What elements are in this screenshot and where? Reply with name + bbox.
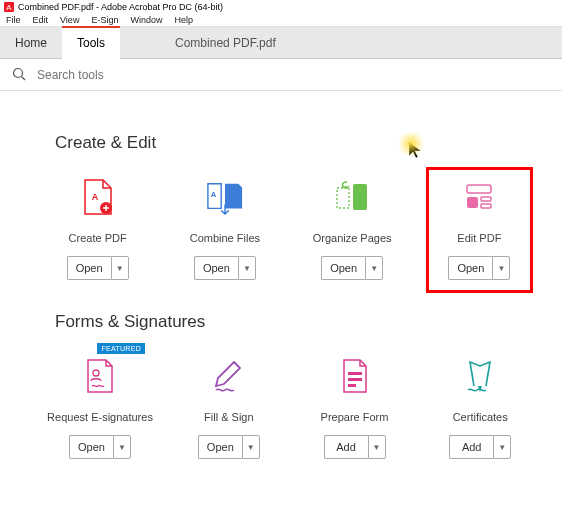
svg-point-2 (14, 69, 23, 78)
search-input[interactable] (37, 68, 550, 82)
grid-forms-sigs: FEATURED Request E-signatures Open ▼ Fil… (55, 357, 522, 459)
dropdown-button[interactable]: ▼ (111, 256, 129, 280)
tool-label: Certificates (453, 411, 508, 423)
dropdown-button[interactable]: ▼ (492, 256, 510, 280)
tool-fill-sign[interactable]: Fill & Sign Open ▼ (187, 357, 271, 459)
open-button[interactable]: Open (67, 256, 111, 280)
section-forms-sigs: Forms & Signatures (55, 312, 522, 332)
tool-label: Create PDF (69, 232, 127, 244)
combine-files-icon: A (206, 178, 244, 216)
svg-rect-15 (348, 378, 362, 381)
tool-label: Request E-signatures (47, 411, 153, 423)
svg-rect-14 (348, 372, 362, 375)
tool-request-esignatures[interactable]: FEATURED Request E-signatures Open ▼ (55, 357, 145, 459)
window-title: Combined PDF.pdf - Adobe Acrobat Pro DC … (18, 2, 223, 12)
svg-rect-12 (481, 204, 491, 208)
add-button[interactable]: Add (324, 435, 368, 459)
svg-rect-9 (467, 185, 491, 193)
edit-pdf-icon (460, 178, 498, 216)
dropdown-button[interactable]: ▼ (365, 256, 383, 280)
fill-sign-icon (210, 357, 248, 395)
svg-line-3 (22, 77, 26, 81)
create-pdf-icon: A (79, 178, 117, 216)
tab-document[interactable]: Combined PDF.pdf (160, 26, 291, 59)
tab-home[interactable]: Home (0, 26, 62, 59)
prepare-form-icon (336, 357, 374, 395)
menu-esign[interactable]: E-Sign (91, 15, 118, 25)
tool-combine-files[interactable]: A Combine Files Open ▼ (182, 178, 267, 282)
open-button[interactable]: Open (321, 256, 365, 280)
menu-help[interactable]: Help (174, 15, 193, 25)
tool-prepare-form[interactable]: Prepare Form Add ▼ (313, 357, 397, 459)
grid-create-edit: A Create PDF Open ▼ A Combine Files Open… (55, 178, 522, 282)
section-create-edit: Create & Edit (55, 133, 522, 153)
menu-bar: File Edit View E-Sign Window Help (0, 14, 562, 26)
menu-file[interactable]: File (6, 15, 21, 25)
svg-rect-11 (481, 197, 491, 201)
svg-rect-16 (348, 384, 356, 387)
svg-text:A: A (6, 3, 12, 12)
open-button[interactable]: Open (198, 435, 242, 459)
tool-organize-pages[interactable]: Organize Pages Open ▼ (310, 178, 395, 282)
dropdown-button[interactable]: ▼ (238, 256, 256, 280)
svg-rect-10 (467, 197, 478, 208)
menu-edit[interactable]: Edit (33, 15, 49, 25)
app-icon: A (4, 2, 14, 12)
request-esignatures-icon (81, 357, 119, 395)
dropdown-button[interactable]: ▼ (113, 435, 131, 459)
svg-text:A: A (211, 190, 217, 199)
certificates-icon (461, 357, 499, 395)
open-button[interactable]: Open (448, 256, 492, 280)
svg-point-13 (93, 370, 99, 376)
tool-create-pdf[interactable]: A Create PDF Open ▼ (55, 178, 140, 282)
organize-pages-icon (333, 178, 371, 216)
menu-view[interactable]: View (60, 15, 79, 25)
tool-label: Organize Pages (313, 232, 392, 244)
search-icon (12, 67, 27, 82)
tool-certificates[interactable]: Certificates Add ▼ (438, 357, 522, 459)
tool-label: Edit PDF (457, 232, 501, 244)
add-button[interactable]: Add (449, 435, 493, 459)
tab-tools[interactable]: Tools (62, 26, 120, 59)
tool-label: Prepare Form (321, 411, 389, 423)
title-bar: A Combined PDF.pdf - Adobe Acrobat Pro D… (0, 0, 562, 14)
svg-rect-7 (353, 184, 367, 210)
tool-edit-pdf[interactable]: Edit PDF Open ▼ (437, 178, 522, 282)
search-row (0, 59, 562, 91)
open-button[interactable]: Open (69, 435, 113, 459)
open-button[interactable]: Open (194, 256, 238, 280)
svg-text:A: A (91, 192, 98, 202)
dropdown-button[interactable]: ▼ (242, 435, 260, 459)
dropdown-button[interactable]: ▼ (368, 435, 386, 459)
tool-label: Combine Files (190, 232, 260, 244)
tool-label: Fill & Sign (204, 411, 254, 423)
featured-badge: FEATURED (97, 343, 145, 354)
tabs-row: Home Tools Combined PDF.pdf (0, 26, 562, 59)
dropdown-button[interactable]: ▼ (493, 435, 511, 459)
svg-rect-8 (337, 188, 349, 208)
menu-window[interactable]: Window (130, 15, 162, 25)
